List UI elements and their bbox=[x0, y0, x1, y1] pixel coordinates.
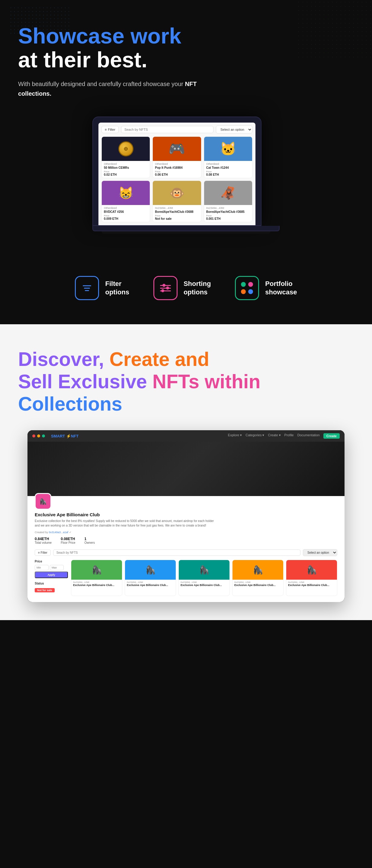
shorting-label: Shortingoptions bbox=[184, 280, 211, 297]
hero-subtitle: With beautifully designed and carefully … bbox=[18, 79, 229, 98]
nft-card-2-info: Otherdeed Pop It Punk #16984 Price 0.06 … bbox=[153, 161, 201, 178]
stat-floor-price: 0.08ETH Floor Price bbox=[61, 537, 75, 544]
coll-nft-5-collection: 0x23494...UNK bbox=[288, 581, 335, 584]
nft-card-5-image: 🐵 bbox=[153, 181, 201, 205]
nft-card-3-price: 0.08 ETH bbox=[206, 173, 250, 176]
shorting-icon bbox=[160, 285, 171, 291]
price-apply-btn[interactable]: Apply bbox=[35, 571, 68, 578]
discover-word-sell: Sell Exclusive bbox=[18, 371, 153, 393]
shorting-icon-box bbox=[153, 276, 178, 300]
filter-icon-box bbox=[75, 276, 99, 300]
verified-icon: ✓ bbox=[69, 531, 71, 534]
filter-button[interactable]: ≡ Filter bbox=[101, 126, 119, 133]
browser-logo: SMART ⚡NFT bbox=[51, 434, 79, 438]
nft-card-2-collection: Otherdeed bbox=[155, 162, 199, 165]
search-input[interactable] bbox=[121, 126, 214, 133]
nft-card-6-name: BoredApeYachtClub #3685 bbox=[206, 210, 250, 213]
close-dot bbox=[32, 434, 35, 437]
stat-owners-value: 1 bbox=[85, 537, 95, 541]
nft-card-3-collection: Otherdeed bbox=[206, 162, 250, 165]
coll-nft-2-name: Exclusive Ape Billionaire Club... bbox=[127, 584, 174, 587]
nft-card-4[interactable]: 😸 Otherdeed BVDCAT #256 Price 0.009 ETH bbox=[101, 181, 150, 222]
nft-card-4-price: 0.009 ETH bbox=[104, 217, 148, 220]
filter-icon bbox=[83, 285, 91, 291]
coll-nft-3[interactable]: 🦍 0x23494...UNK Exclusive Ape Billionair… bbox=[179, 560, 230, 596]
price-min-input[interactable] bbox=[35, 565, 49, 570]
collection-search-input[interactable] bbox=[53, 550, 301, 556]
nft-card-3-price-label: Price bbox=[206, 170, 250, 173]
stat-volume: 0.84ETH Total volume bbox=[35, 537, 52, 544]
hero-title-blue: Showcase work bbox=[18, 24, 229, 48]
coll-nft-5-img: 🦍 bbox=[286, 560, 337, 580]
nav-profile[interactable]: Profile bbox=[284, 433, 294, 439]
laptop-foot bbox=[101, 231, 271, 234]
nft-card-3-name: Cat Town #1244 bbox=[206, 166, 250, 169]
collection-sidebar: Price Apply Status Not for sale bbox=[35, 560, 68, 596]
collection-filter-btn[interactable]: ≡ Filter bbox=[35, 550, 51, 556]
nft-card-6-info: 0x23494...43M BoredApeYachtClub #3685 Pr… bbox=[204, 205, 252, 222]
nft-card-5-collection: 0x23494...43M bbox=[155, 207, 199, 210]
creator-address[interactable]: 0x3149a3...a1af bbox=[49, 531, 68, 534]
coll-nft-2[interactable]: 🦍 0x23494...UNK Exclusive Ape Billionair… bbox=[125, 560, 176, 596]
discover-section: Discover, Create and Sell Exclusive NFTs… bbox=[0, 324, 372, 620]
coll-nft-4-img: 🦍 bbox=[232, 560, 283, 580]
stat-volume-value: 0.84ETH bbox=[35, 537, 52, 541]
filter-label: Filteroptions bbox=[105, 280, 129, 297]
collection-stats: 0.84ETH Total volume 0.08ETH Floor Price… bbox=[35, 537, 337, 544]
nft-card-1-info: Otherdeed 50 Million CEMRs Price 0.02 ET… bbox=[102, 161, 150, 178]
coll-nft-1-collection: 0x23494...UNK bbox=[73, 581, 120, 584]
nav-create[interactable]: Create ▾ bbox=[268, 433, 280, 439]
stat-volume-label: Total volume bbox=[35, 541, 52, 544]
nft-toolbar: ≡ Filter Select an option bbox=[101, 126, 252, 133]
filter-icon: ≡ bbox=[105, 128, 106, 131]
coll-nft-3-info: 0x23494...UNK Exclusive Ape Billionaire … bbox=[179, 580, 229, 588]
hero-title-white: at their best. bbox=[18, 48, 229, 72]
coll-nft-1-img: 🦍 bbox=[71, 560, 122, 580]
nft-card-5-info: 0x23494...43M BoredApeYachtClub #3688 Pr… bbox=[153, 205, 201, 222]
laptop-outer: ≡ Filter Select an option bbox=[92, 117, 261, 226]
nft-grid: ⊕ Otherdeed 50 Million CEMRs Price 0.02 … bbox=[101, 136, 252, 222]
coll-nft-3-img: 🦍 bbox=[179, 560, 229, 580]
nft-card-5[interactable]: 🐵 0x23494...43M BoredApeYachtClub #3688 … bbox=[153, 181, 201, 222]
nft-card-3[interactable]: 🐱 Otherdeed Cat Town #1244 Price 0.08 ET… bbox=[204, 136, 252, 178]
nft-card-5-price: Not for sale bbox=[155, 217, 199, 220]
nft-card-4-price-label: Price bbox=[104, 214, 148, 217]
create-button[interactable]: Create bbox=[323, 433, 340, 439]
laptop-container: ≡ Filter Select an option bbox=[18, 117, 354, 252]
browser-mockup: SMART ⚡NFT Explore ▾ Categories ▾ Create… bbox=[28, 430, 344, 602]
nft-card-1[interactable]: ⊕ Otherdeed 50 Million CEMRs Price 0.02 … bbox=[101, 136, 150, 178]
nft-card-2-price-label: Price bbox=[155, 170, 199, 173]
not-for-sale-badge[interactable]: Not for sale bbox=[35, 588, 55, 592]
browser-nav: Explore ▾ Categories ▾ Create ▾ Profile … bbox=[228, 433, 340, 439]
nav-explore[interactable]: Explore ▾ bbox=[228, 433, 242, 439]
collection-desc: Exclusive collection for the best 8% roy… bbox=[35, 519, 216, 528]
stat-owners-label: Owners bbox=[85, 541, 95, 544]
nft-card-2[interactable]: 🎮 Otherdeed Pop It Punk #16984 Price 0.0… bbox=[153, 136, 201, 178]
nft-card-6[interactable]: 🦧 0x23494...43M BoredApeYachtClub #3685 … bbox=[204, 181, 252, 222]
collection-sort-select[interactable]: Select an option bbox=[303, 549, 337, 556]
nft-card-4-name: BVDCAT #256 bbox=[104, 210, 148, 213]
coll-nft-4-info: 0x23494...UNK Exclusive Ape Billionaire … bbox=[232, 580, 283, 588]
nft-card-6-collection: 0x23494...43M bbox=[206, 207, 250, 210]
stat-owners: 1 Owners bbox=[85, 537, 95, 544]
nav-docs[interactable]: Documentation bbox=[298, 433, 320, 439]
price-max-input[interactable] bbox=[50, 565, 64, 570]
coll-nft-4[interactable]: 🦍 0x23494...UNK Exclusive Ape Billionair… bbox=[232, 560, 283, 596]
nft-card-1-collection: Otherdeed bbox=[104, 162, 148, 165]
portfolio-icon bbox=[241, 282, 253, 294]
discover-word-discover: Discover, bbox=[18, 348, 109, 370]
collection-hero-banner bbox=[28, 442, 344, 496]
coll-nft-1[interactable]: 🦍 0x23494...UNK Exclusive Ape Billionair… bbox=[71, 560, 122, 596]
nft-card-3-info: Otherdeed Cat Town #1244 Price 0.08 ETH bbox=[204, 161, 252, 178]
nft-card-1-price-label: Price bbox=[104, 170, 148, 173]
sort-select[interactable]: Select an option bbox=[216, 126, 252, 133]
portfolio-feature: Portfolioshowcase bbox=[235, 276, 297, 300]
nav-categories[interactable]: Categories ▾ bbox=[246, 433, 264, 439]
coll-nft-4-name: Exclusive Ape Billionaire Club... bbox=[234, 584, 281, 587]
price-filter-label: Price bbox=[35, 560, 68, 563]
collection-info-section: 🦍 Exclusive Ape Billionaire Club Exclusi… bbox=[28, 496, 344, 602]
coll-nft-5[interactable]: 🦍 0x23494...UNK Exclusive Ape Billionair… bbox=[286, 560, 337, 596]
coll-nft-1-info: 0x23494...UNK Exclusive Ape Billionaire … bbox=[71, 580, 122, 588]
nft-card-2-name: Pop It Punk #16984 bbox=[155, 166, 199, 169]
nft-card-4-info: Otherdeed BVDCAT #256 Price 0.009 ETH bbox=[102, 205, 150, 222]
